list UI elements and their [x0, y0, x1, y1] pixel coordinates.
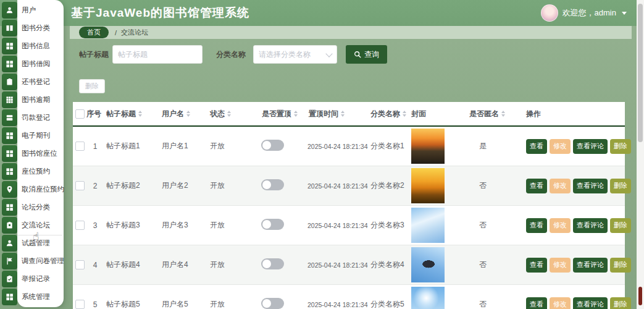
sidebar-item-label: 图书分类	[17, 23, 50, 33]
page-scrollbar[interactable]	[637, 0, 644, 309]
avatar[interactable]	[541, 4, 558, 22]
col-post-title: 帖子标题	[104, 109, 159, 119]
sidebar-item-label: 座位预约	[17, 167, 50, 176]
book-icon	[6, 24, 14, 32]
sort-icon[interactable]	[341, 111, 345, 117]
sidebar-item-system-management[interactable]: 系统管理	[0, 288, 64, 306]
row-checkbox[interactable]	[75, 260, 85, 269]
sort-icon[interactable]	[227, 111, 231, 117]
sort-icon[interactable]	[186, 111, 190, 117]
search-button[interactable]: 查询	[346, 45, 387, 64]
sidebar-item-book-overdue[interactable]: 图书逾期	[0, 91, 64, 109]
view-button[interactable]: 查看	[526, 218, 547, 233]
post-category: 分类名称2	[368, 180, 409, 191]
sidebar-item-forum[interactable]: 交流论坛	[0, 216, 64, 234]
row-index: 2	[86, 182, 104, 190]
edit-button[interactable]: 修改	[550, 258, 571, 273]
row-checkbox[interactable]	[75, 300, 85, 309]
edit-button[interactable]: 修改	[550, 218, 571, 233]
view-comments-button[interactable]: 查看评论	[573, 179, 608, 193]
sidebar-item-seat-reservation[interactable]: 座位预约	[0, 163, 64, 180]
anonymous-flag: 是	[467, 141, 521, 151]
sidebar-item-exam-management[interactable]: 试题管理	[0, 234, 64, 252]
app-window: 基于JavaWeb的图书馆管理系统 欢迎您，admin 首页 / 交流论坛 帖子…	[0, 0, 644, 309]
delete-button[interactable]: 删除	[610, 139, 631, 154]
sidebar-item-e-journal[interactable]: 电子期刊	[0, 127, 64, 145]
sidebar-item-book-categories[interactable]: 图书分类	[0, 19, 64, 37]
delete-button[interactable]: 删除	[610, 179, 631, 193]
sidebar-item-label: 罚款登记	[17, 113, 50, 122]
sidebar: 用户 图书分类 图书信息 图书借阅 还书登记 图书逾期	[0, 0, 64, 307]
col-pin-time: 置顶时间	[306, 109, 368, 119]
sidebar-item-book-borrow[interactable]: 图书借阅	[0, 55, 64, 73]
sort-icon[interactable]	[403, 111, 406, 117]
post-category: 分类名称5	[368, 299, 409, 309]
user-menu[interactable]: 欢迎您，admin	[541, 0, 627, 26]
breadcrumb-home[interactable]: 首页	[79, 27, 109, 38]
sidebar-item-label: 用户	[17, 6, 36, 15]
category-select[interactable]: 请选择分类名称	[253, 45, 337, 64]
pin-toggle[interactable]	[261, 258, 284, 269]
delete-button[interactable]: 删除	[610, 258, 631, 273]
sidebar-item-cancel-seat-reservation[interactable]: 取消座位预约	[0, 180, 64, 198]
delete-button[interactable]: 删除	[610, 297, 631, 309]
view-comments-button[interactable]: 查看评论	[573, 297, 608, 309]
view-comments-button[interactable]: 查看评论	[573, 218, 608, 233]
clipboard-icon	[6, 221, 14, 229]
select-all-checkbox[interactable]	[75, 109, 85, 119]
delete-button[interactable]: 删除	[610, 218, 631, 233]
row-index: 4	[86, 261, 104, 269]
welcome-text: 欢迎您，	[562, 8, 595, 17]
sidebar-item-report-records[interactable]: 举报记录	[0, 270, 64, 288]
chevron-down-icon[interactable]	[622, 12, 627, 15]
sidebar-item-library-seats[interactable]: 图书馆座位	[0, 145, 64, 163]
post-status: 开放	[207, 141, 259, 151]
anonymous-flag: 否	[467, 220, 521, 231]
pin-toggle[interactable]	[261, 179, 284, 190]
view-button[interactable]: 查看	[526, 297, 547, 309]
pin-toggle[interactable]	[261, 298, 284, 309]
edit-button[interactable]: 修改	[550, 179, 571, 193]
post-username: 用户名5	[159, 299, 207, 309]
sidebar-item-fine-register[interactable]: 罚款登记	[0, 109, 64, 127]
view-button[interactable]: 查看	[526, 258, 547, 273]
pin-toggle[interactable]	[261, 140, 284, 151]
post-username: 用户名3	[159, 220, 207, 231]
view-comments-button[interactable]: 查看评论	[573, 258, 608, 273]
bulk-delete-button[interactable]: 删除	[79, 79, 105, 93]
sidebar-item-label: 取消座位预约	[17, 185, 64, 194]
post-title-input[interactable]	[112, 45, 203, 64]
sidebar-item-label: 图书馆座位	[17, 149, 57, 158]
sidebar-item-users[interactable]: 用户	[0, 1, 64, 19]
sort-icon[interactable]	[294, 111, 298, 117]
sidebar-item-book-return[interactable]: 还书登记	[0, 73, 64, 91]
sidebar-item-label: 图书信息	[17, 41, 50, 51]
edit-button[interactable]: 修改	[550, 139, 571, 154]
page-title: 基于JavaWeb的图书馆管理系统	[71, 5, 249, 21]
row-checkbox[interactable]	[75, 142, 85, 151]
search-button-label: 查询	[364, 49, 379, 60]
clipboard-check-icon	[6, 275, 14, 283]
post-title: 帖子标题5	[104, 299, 159, 309]
post-username: 用户名2	[159, 180, 207, 191]
row-checkbox[interactable]	[75, 221, 85, 230]
row-index: 3	[86, 221, 104, 230]
cover-image	[411, 247, 445, 282]
edit-button[interactable]: 修改	[550, 297, 571, 309]
sidebar-item-survey-management[interactable]: 调查问卷管理	[0, 252, 64, 270]
sort-icon[interactable]	[138, 111, 142, 117]
scrollbar-thumb[interactable]	[638, 4, 643, 142]
view-button[interactable]: 查看	[526, 179, 547, 193]
sidebar-item-forum-categories[interactable]: 论坛分类	[0, 198, 64, 216]
sidebar-item-label: 交流论坛	[17, 221, 50, 230]
pin-toggle[interactable]	[261, 219, 284, 230]
sidebar-item-label: 图书逾期	[17, 95, 50, 104]
view-comments-button[interactable]: 查看评论	[573, 139, 608, 154]
view-button[interactable]: 查看	[526, 139, 547, 154]
user-icon	[6, 239, 14, 247]
sort-icon[interactable]	[501, 111, 505, 117]
pin-time: 2025-04-24 18:21:34	[306, 143, 368, 150]
post-status: 开放	[207, 260, 259, 270]
row-checkbox[interactable]	[75, 181, 85, 190]
sidebar-item-book-info[interactable]: 图书信息	[0, 37, 64, 55]
